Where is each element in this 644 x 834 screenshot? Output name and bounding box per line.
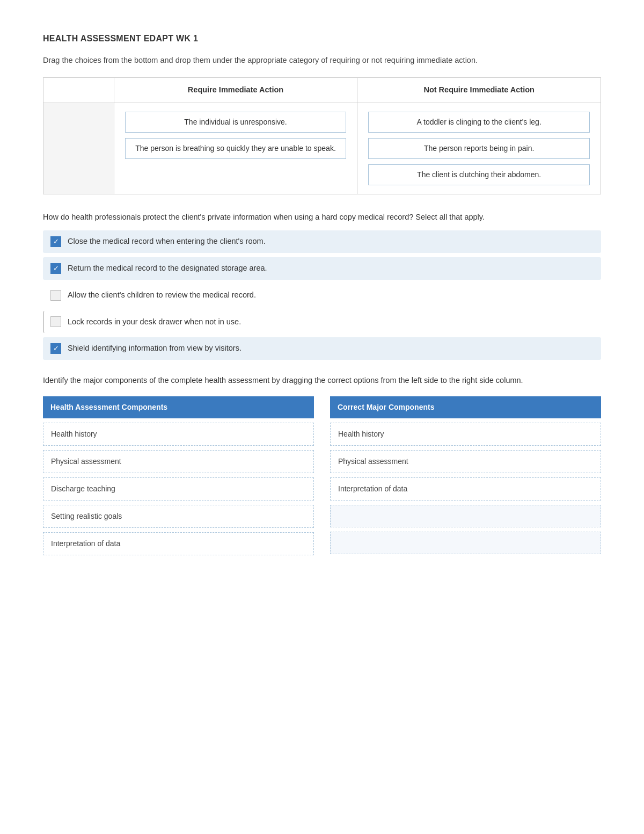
section3-instruction: Identify the major components of the com… [43,375,601,387]
list-item[interactable]: The individual is unresponsive. [125,112,347,133]
list-item[interactable]: The client is clutching their abdomen. [368,164,590,185]
checkbox-icon-5[interactable]: ✓ [50,343,61,354]
list-item[interactable]: Physical assessment [43,450,314,473]
section2-question: How do health professionals protect the … [43,212,601,223]
right-column: Correct Major Components Health history … [330,396,601,555]
checkbox-item-5[interactable]: ✓ Shield identifying information from vi… [43,337,601,360]
checkbox-label-2: Return the medical record to the designa… [68,263,267,274]
section1: Drag the choices from the bottom and dro… [43,55,601,194]
checkbox-label-4: Lock records in your desk drawer when no… [68,316,241,328]
list-item[interactable]: Interpretation of data [43,532,314,555]
checkbox-icon-2[interactable]: ✓ [50,263,61,274]
list-item[interactable]: Physical assessment [330,450,601,473]
not-require-header: Not Require Immediate Action [357,77,601,103]
list-item[interactable]: The person is breathing so quickly they … [125,138,347,159]
right-column-header: Correct Major Components [330,396,601,418]
list-item-empty-2[interactable] [330,532,601,554]
list-item[interactable]: Health history [43,423,314,446]
checkbox-icon-1[interactable]: ✓ [50,236,61,247]
not-require-action-cell[interactable]: A toddler is clinging to the client's le… [357,103,601,194]
table-empty-header [43,77,114,103]
checkbox-item-3[interactable]: Allow the client's children to review th… [43,284,601,307]
section3: Identify the major components of the com… [43,375,601,555]
list-item[interactable]: The person reports being in pain. [368,138,590,159]
page-title: HEALTH ASSESSMENT EDAPT WK 1 [43,32,601,45]
ha-columns-container: Health Assessment Components Health hist… [43,396,601,555]
list-item-empty-1[interactable] [330,505,601,527]
drag-drop-table: Require Immediate Action Not Require Imm… [43,77,601,194]
checkbox-item-4[interactable]: Lock records in your desk drawer when no… [43,311,601,333]
checkbox-label-3: Allow the client's children to review th… [68,289,256,301]
left-column-header: Health Assessment Components [43,396,314,418]
require-action-cell[interactable]: The individual is unresponsive. The pers… [114,103,357,194]
checkbox-item-1[interactable]: ✓ Close the medical record when entering… [43,230,601,253]
list-item[interactable]: Discharge teaching [43,477,314,501]
list-item[interactable]: Interpretation of data [330,477,601,501]
table-label-cell [43,103,114,194]
checkbox-label-1: Close the medical record when entering t… [68,236,266,248]
checkbox-label-5: Shield identifying information from view… [68,343,241,354]
list-item[interactable]: Setting realistic goals [43,505,314,528]
list-item[interactable]: A toddler is clinging to the client's le… [368,112,590,133]
list-item[interactable]: Health history [330,423,601,446]
require-header: Require Immediate Action [114,77,357,103]
checkbox-icon-4[interactable] [50,316,61,327]
checkbox-icon-3[interactable] [50,290,61,301]
section1-instruction: Drag the choices from the bottom and dro… [43,55,601,67]
left-column: Health Assessment Components Health hist… [43,396,314,555]
section2: How do health professionals protect the … [43,212,601,360]
checkbox-item-2[interactable]: ✓ Return the medical record to the desig… [43,257,601,280]
